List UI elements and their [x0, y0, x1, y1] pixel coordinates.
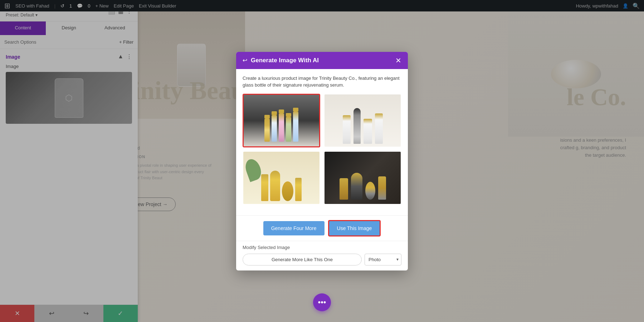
leaf-decoration — [243, 157, 264, 182]
use-this-image-button[interactable]: Use This Image — [328, 220, 381, 236]
bottle-3-2 — [270, 171, 280, 201]
floating-action-button[interactable]: ••• — [313, 293, 331, 311]
modal-prompt-text: Create a luxurious product image for Tri… — [243, 75, 401, 89]
generate-four-more-button[interactable]: Generate Four More — [263, 221, 325, 235]
bottle-2-1 — [343, 115, 351, 144]
grid-image-3[interactable] — [243, 151, 320, 205]
modal-footer: Generate Four More Use This Image — [236, 215, 408, 241]
modal-title: Generate Image With AI — [251, 57, 319, 64]
bottle-3-4 — [295, 178, 302, 201]
bottle-3-3 — [282, 181, 293, 201]
grid-image-4-visual — [325, 152, 401, 204]
photo-style-select[interactable]: Photo Illustration Sketch Watercolor — [365, 254, 401, 265]
grid-image-1[interactable] — [243, 94, 320, 147]
modify-section: Modify Selected Image Generate More Like… — [236, 241, 408, 270]
bottle-4-1 — [340, 178, 348, 200]
modal-title-row: ↩ Generate Image With AI — [243, 57, 319, 64]
bottle-2-2 — [353, 108, 361, 144]
modify-row: Generate More Like This One Photo Illust… — [243, 254, 401, 265]
bottle-3-1 — [261, 174, 268, 201]
modal-header: ↩ Generate Image With AI ✕ — [236, 52, 408, 69]
modal-close-button[interactable]: ✕ — [395, 57, 401, 64]
modal-overlay[interactable]: ↩ Generate Image With AI ✕ Create a luxu… — [0, 0, 644, 322]
modal-back-icon[interactable]: ↩ — [243, 57, 247, 64]
grid-image-1-visual — [244, 95, 319, 146]
generate-more-like-this-button[interactable]: Generate More Like This One — [243, 254, 362, 265]
photo-select-wrap: Photo Illustration Sketch Watercolor — [365, 254, 401, 265]
modify-label: Modify Selected Image — [243, 245, 401, 250]
fab-icon: ••• — [318, 298, 326, 307]
image-grid — [243, 94, 401, 205]
bottle-4-3 — [365, 182, 375, 200]
bottle-4-2 — [351, 173, 362, 200]
grid-image-2-visual — [325, 94, 401, 147]
grid-image-4[interactable] — [324, 151, 401, 205]
ai-modal: ↩ Generate Image With AI ✕ Create a luxu… — [236, 52, 408, 270]
bottle-2-4 — [375, 113, 383, 144]
bottle-4-4 — [378, 176, 386, 200]
bottle-2-3 — [364, 119, 372, 144]
modal-body: Create a luxurious product image for Tri… — [236, 69, 408, 215]
grid-image-2[interactable] — [324, 94, 401, 147]
grid-image-3-visual — [243, 152, 319, 204]
